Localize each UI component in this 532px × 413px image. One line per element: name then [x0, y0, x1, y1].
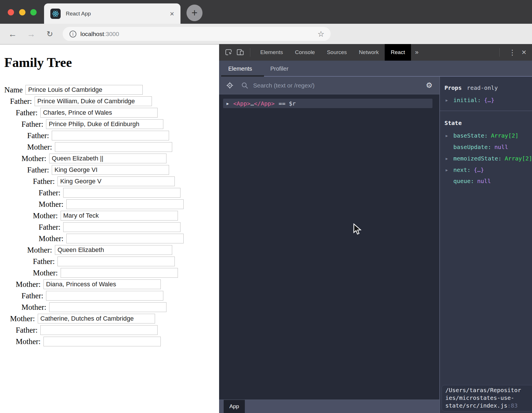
- father-input[interactable]: [35, 96, 152, 106]
- state-row-next[interactable]: ▶ next: {…}: [440, 166, 532, 174]
- reload-button[interactable]: ↻: [43, 24, 56, 44]
- address-bar[interactable]: i localhost:3000: [63, 27, 331, 41]
- device-toolbar-icon[interactable]: [235, 44, 246, 61]
- form-row: Mother:: [0, 268, 219, 278]
- select-component-icon[interactable]: [226, 82, 234, 89]
- search-input[interactable]: Search (text or /regex/): [253, 82, 315, 89]
- devtools-tab-react[interactable]: React: [385, 44, 411, 61]
- mother-input[interactable]: [43, 337, 161, 346]
- expand-triangle-icon[interactable]: ▶: [446, 156, 448, 161]
- state-row-baseupdate[interactable]: baseUpdate: null: [440, 143, 532, 151]
- close-tab-icon[interactable]: ×: [170, 10, 174, 17]
- devtools-tab-elements[interactable]: Elements: [254, 44, 289, 61]
- ellipsis: …: [251, 100, 254, 107]
- father-input[interactable]: [40, 108, 158, 118]
- mother-input[interactable]: [49, 302, 166, 312]
- father-input[interactable]: [57, 257, 175, 266]
- father-input[interactable]: [52, 131, 169, 140]
- mother-input[interactable]: [38, 314, 155, 323]
- form-row: Father:: [0, 96, 219, 106]
- prop-row-initial[interactable]: ▶ initial: {…}: [440, 96, 532, 104]
- expand-triangle-icon[interactable]: ▶: [227, 101, 229, 106]
- form-row: Mother:: [0, 279, 219, 289]
- state-value: Array[2]: [505, 155, 532, 162]
- form-row: Mother:: [0, 337, 219, 346]
- browser-window: { "browser": { "tab": { "title": "React …: [0, 0, 532, 413]
- devtools-tab-console[interactable]: Console: [289, 44, 321, 61]
- state-key: queue:: [453, 178, 474, 184]
- state-row-queue[interactable]: queue: null: [440, 177, 532, 185]
- mother-label: Mother:: [16, 280, 41, 289]
- url-host: localhost: [80, 31, 104, 37]
- url-text[interactable]: localhost:3000: [80, 31, 119, 37]
- mother-input[interactable]: [61, 268, 178, 278]
- father-input[interactable]: [46, 119, 163, 129]
- more-tabs-chevron-icon[interactable]: »: [415, 49, 418, 56]
- new-tab-button[interactable]: +: [186, 5, 203, 21]
- father-label: Father:: [33, 257, 55, 266]
- breadcrumb-app[interactable]: App: [224, 400, 245, 413]
- zoom-window-button[interactable]: [30, 9, 37, 15]
- mother-label: Mother:: [39, 234, 63, 243]
- url-port: :3000: [104, 31, 119, 37]
- mother-input[interactable]: [49, 154, 166, 163]
- father-input[interactable]: [57, 176, 175, 186]
- mother-input[interactable]: [66, 199, 184, 209]
- tab-bar-divider: [250, 48, 250, 57]
- browser-toolbar: ← → ↻ i localhost:3000 ☆ ⚙ U: [0, 24, 532, 45]
- subtab-elements[interactable]: Elements: [228, 61, 252, 77]
- tab-bar-divider: [499, 48, 500, 57]
- state-title: State: [444, 120, 462, 126]
- settings-gear-icon[interactable]: ⚙: [426, 81, 432, 90]
- mother-input[interactable]: [61, 211, 178, 221]
- state-row-memoizedstate[interactable]: ▶ memoizedState: Array[2]: [440, 154, 532, 162]
- form-row: Father:: [0, 222, 219, 232]
- form-row: Father:: [0, 176, 219, 186]
- source-line-number: :83: [507, 402, 518, 409]
- source-location-box[interactable]: /Users/taras/Repositor ies/microstates-u…: [442, 385, 532, 411]
- inspect-element-icon[interactable]: [223, 44, 235, 61]
- form-row: Mother:: [0, 245, 219, 255]
- mother-input[interactable]: [66, 234, 184, 243]
- form-row: Mother:: [0, 234, 219, 243]
- father-input[interactable]: [46, 291, 163, 301]
- expand-triangle-icon[interactable]: ▶: [446, 168, 448, 172]
- tab-strip: React App × +: [0, 0, 532, 24]
- site-info-icon[interactable]: i: [70, 31, 76, 37]
- devtools-menu-icon[interactable]: ⋮: [509, 48, 516, 57]
- father-input[interactable]: [52, 165, 169, 175]
- father-input[interactable]: [63, 188, 180, 198]
- component-tree: ▶ <App>…</App> == $r: [219, 94, 439, 400]
- devtools-tab-network[interactable]: Network: [353, 44, 385, 61]
- prop-value: {…}: [484, 97, 494, 104]
- forward-button[interactable]: →: [25, 24, 38, 44]
- father-input[interactable]: [40, 325, 158, 335]
- bookmark-star-icon[interactable]: ☆: [317, 24, 324, 44]
- father-label: Father:: [16, 108, 37, 117]
- close-devtools-icon[interactable]: ×: [522, 48, 526, 56]
- close-window-button[interactable]: [8, 9, 14, 15]
- tree-row-app-selected[interactable]: ▶ <App>…</App> == $r: [223, 99, 432, 108]
- father-label: Father:: [39, 223, 60, 232]
- expand-triangle-icon[interactable]: ▶: [446, 134, 448, 138]
- minimize-window-button[interactable]: [19, 9, 25, 15]
- state-key: next:: [453, 166, 471, 173]
- read-only-badge: read-only: [467, 84, 498, 91]
- expand-triangle-icon[interactable]: ▶: [446, 98, 448, 102]
- mother-input[interactable]: [55, 245, 172, 255]
- state-row-basestate[interactable]: ▶ baseState: Array[2]: [440, 132, 532, 140]
- devtools-tab-sources[interactable]: Sources: [321, 44, 353, 61]
- back-button[interactable]: ←: [6, 24, 19, 44]
- console-reference: == $r: [279, 100, 296, 107]
- father-input[interactable]: [63, 222, 180, 232]
- mother-input[interactable]: [55, 142, 172, 152]
- source-path-line: state/src/index.js:83: [445, 402, 530, 410]
- subtab-profiler[interactable]: Profiler: [270, 61, 288, 77]
- browser-tab[interactable]: React App ×: [44, 3, 180, 24]
- name-input[interactable]: [25, 85, 143, 95]
- props-title: Props: [444, 84, 462, 91]
- form-row: Mother:: [0, 199, 219, 209]
- form-row: Mother:: [0, 142, 219, 152]
- mother-label: Mother:: [27, 246, 52, 255]
- mother-input[interactable]: [43, 279, 161, 289]
